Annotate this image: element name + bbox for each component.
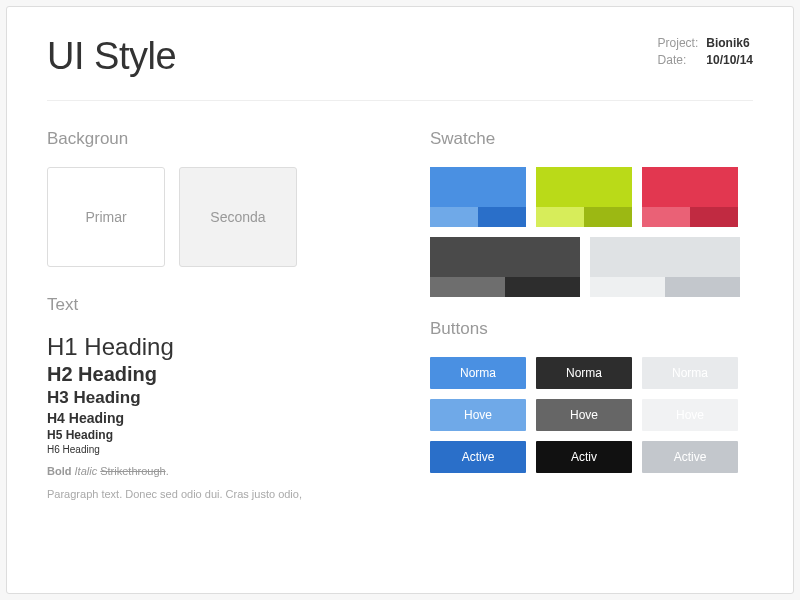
button-row-normal: Norma Norma Norma [430, 357, 753, 389]
meta-project-label: Project: [658, 35, 699, 52]
section-title-backgrounds: Backgroun [47, 129, 370, 149]
section-title-text: Text [47, 295, 370, 315]
meta-date-label: Date: [658, 52, 699, 69]
swatch-red [642, 167, 738, 227]
heading-h2: H2 Heading [47, 363, 370, 386]
button-dark-hover[interactable]: Hove [536, 399, 632, 431]
text-italic: Italic [75, 465, 98, 477]
right-column: Swatche [430, 129, 753, 502]
button-row-hover: Hove Hove Hove [430, 399, 753, 431]
section-title-swatches: Swatche [430, 129, 753, 149]
content-grid: Backgroun Primar Seconda Text H1 Heading… [47, 129, 753, 502]
heading-h3: H3 Heading [47, 388, 370, 408]
style-guide-page: UI Style Project: Bionik6 Date: 10/10/14… [6, 6, 794, 594]
header: UI Style Project: Bionik6 Date: 10/10/14 [47, 35, 753, 101]
heading-h1: H1 Heading [47, 333, 370, 361]
buttons-section: Buttons Norma Norma Norma Hove Hove Hove… [430, 319, 753, 473]
meta-date-value: 10/10/14 [706, 52, 753, 69]
button-light-normal[interactable]: Norma [642, 357, 738, 389]
text-period: . [166, 465, 169, 477]
background-secondary-label: Seconda [210, 209, 265, 225]
heading-h5: H5 Heading [47, 428, 370, 442]
button-primary-active[interactable]: Active [430, 441, 526, 473]
page-title: UI Style [47, 35, 176, 78]
button-light-hover[interactable]: Hove [642, 399, 738, 431]
swatch-green [536, 167, 632, 227]
paragraph-sample: Paragraph text. Donec sed odio dui. Cras… [47, 487, 370, 502]
background-row: Primar Seconda [47, 167, 370, 267]
swatches-section: Swatche [430, 129, 753, 297]
swatch-row-2 [430, 237, 753, 297]
text-style-sample: Bold Italic Strikethrough. [47, 465, 370, 477]
button-primary-hover[interactable]: Hove [430, 399, 526, 431]
heading-h4: H4 Heading [47, 410, 370, 426]
text-strike: Strikethrough [100, 465, 165, 477]
project-meta: Project: Bionik6 Date: 10/10/14 [658, 35, 753, 69]
section-title-buttons: Buttons [430, 319, 753, 339]
backgrounds-section: Backgroun Primar Seconda [47, 129, 370, 267]
swatch-dark [430, 237, 580, 297]
text-section: Text H1 Heading H2 Heading H3 Heading H4… [47, 295, 370, 502]
background-primary-label: Primar [85, 209, 126, 225]
meta-project-value: Bionik6 [706, 35, 753, 52]
button-dark-active[interactable]: Activ [536, 441, 632, 473]
left-column: Backgroun Primar Seconda Text H1 Heading… [47, 129, 370, 502]
button-row-active: Active Activ Active [430, 441, 753, 473]
button-dark-normal[interactable]: Norma [536, 357, 632, 389]
button-light-active[interactable]: Active [642, 441, 738, 473]
swatch-row-1 [430, 167, 753, 227]
text-bold: Bold [47, 465, 71, 477]
swatch-grey [590, 237, 740, 297]
background-primary-swatch: Primar [47, 167, 165, 267]
heading-h6: H6 Heading [47, 444, 370, 455]
swatch-blue [430, 167, 526, 227]
background-secondary-swatch: Seconda [179, 167, 297, 267]
button-primary-normal[interactable]: Norma [430, 357, 526, 389]
